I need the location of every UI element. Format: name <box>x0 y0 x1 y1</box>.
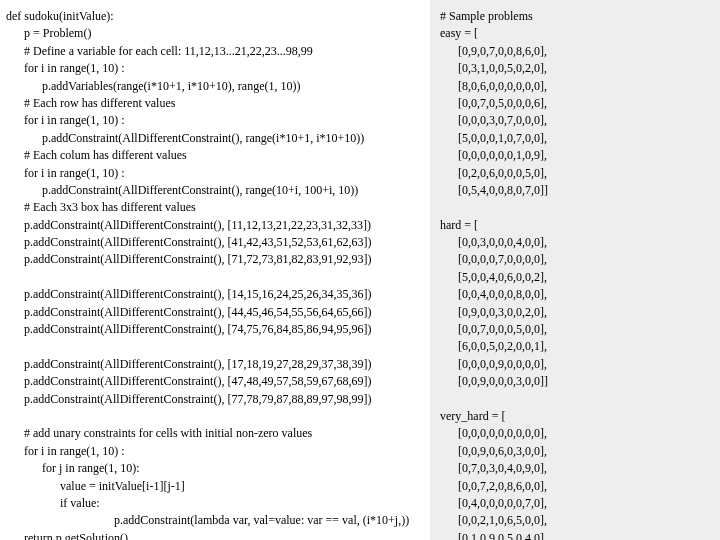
code-line: def sudoku(initValue): <box>6 8 424 25</box>
code-line: if value: <box>6 495 424 512</box>
code-line: [6,0,0,5,0,2,0,0,1], <box>440 338 712 355</box>
code-line: [0,7,0,3,0,4,0,9,0], <box>440 460 712 477</box>
code-line: [0,5,4,0,0,8,0,7,0]] <box>440 182 712 199</box>
code-line: [0,0,9,0,0,0,3,0,0]] <box>440 373 712 390</box>
code-line: for i in range(1, 10) : <box>6 60 424 77</box>
code-line: [0,0,0,0,0,0,0,0,0], <box>440 425 712 442</box>
blank-line <box>6 408 424 425</box>
code-line: p.addConstraint(AllDifferentConstraint()… <box>6 130 424 147</box>
code-line: for j in range(1, 10): <box>6 460 424 477</box>
code-line: p.addConstraint(AllDifferentConstraint()… <box>6 304 424 321</box>
code-line: p.addConstraint(AllDifferentConstraint()… <box>6 356 424 373</box>
code-line: [5,0,0,0,1,0,7,0,0], <box>440 130 712 147</box>
blank-line <box>440 199 712 216</box>
code-slide: def sudoku(initValue): p = Problem() # D… <box>0 0 720 540</box>
comment-line: # add unary constraints for cells with i… <box>6 425 424 442</box>
comment-line: # Sample problems <box>440 8 712 25</box>
code-line: p = Problem() <box>6 25 424 42</box>
code-line: return p.getSolution() <box>6 530 424 540</box>
code-line: p.addConstraint(lambda var, val=value: v… <box>6 512 424 529</box>
code-line: p.addConstraint(AllDifferentConstraint()… <box>6 182 424 199</box>
code-line: [0,1,0,9,0,5,0,4,0], <box>440 530 712 540</box>
code-line: [0,0,7,2,0,8,6,0,0], <box>440 478 712 495</box>
code-line: [0,0,9,0,6,0,3,0,0], <box>440 443 712 460</box>
code-line: [0,0,0,0,0,0,1,0,9], <box>440 147 712 164</box>
code-line: [0,0,2,1,0,6,5,0,0], <box>440 512 712 529</box>
code-line: for i in range(1, 10) : <box>6 165 424 182</box>
code-line: p.addConstraint(AllDifferentConstraint()… <box>6 286 424 303</box>
comment-line: # Each colum has different values <box>6 147 424 164</box>
code-line: [0,0,0,0,9,0,0,0,0], <box>440 356 712 373</box>
comment-line: # Each row has different values <box>6 95 424 112</box>
code-line: [0,2,0,6,0,0,0,5,0], <box>440 165 712 182</box>
code-line: p.addConstraint(AllDifferentConstraint()… <box>6 373 424 390</box>
right-code-pane: # Sample problems easy = [ [0,9,0,7,0,0,… <box>430 0 720 540</box>
code-line: [0,0,3,0,0,0,4,0,0], <box>440 234 712 251</box>
code-line: p.addConstraint(AllDifferentConstraint()… <box>6 391 424 408</box>
code-line: [0,3,1,0,0,5,0,2,0], <box>440 60 712 77</box>
comment-line: # Define a variable for each cell: 11,12… <box>6 43 424 60</box>
code-line: hard = [ <box>440 217 712 234</box>
code-line: [0,9,0,7,0,0,8,6,0], <box>440 43 712 60</box>
code-line: p.addConstraint(AllDifferentConstraint()… <box>6 321 424 338</box>
code-line: for i in range(1, 10) : <box>6 112 424 129</box>
code-line: [0,4,0,0,0,0,0,7,0], <box>440 495 712 512</box>
code-line: p.addVariables(range(i*10+1, i*10+10), r… <box>6 78 424 95</box>
code-line: [5,0,0,4,0,6,0,0,2], <box>440 269 712 286</box>
code-line: p.addConstraint(AllDifferentConstraint()… <box>6 217 424 234</box>
comment-line: # Each 3x3 box has different values <box>6 199 424 216</box>
code-line: [0,0,0,0,7,0,0,0,0], <box>440 251 712 268</box>
code-line: easy = [ <box>440 25 712 42</box>
code-line: [0,0,4,0,0,0,8,0,0], <box>440 286 712 303</box>
code-line: p.addConstraint(AllDifferentConstraint()… <box>6 234 424 251</box>
code-line: [0,9,0,0,3,0,0,2,0], <box>440 304 712 321</box>
code-line: p.addConstraint(AllDifferentConstraint()… <box>6 251 424 268</box>
left-code-pane: def sudoku(initValue): p = Problem() # D… <box>0 0 430 540</box>
blank-line <box>6 338 424 355</box>
code-line: [0,0,0,3,0,7,0,0,0], <box>440 112 712 129</box>
code-line: for i in range(1, 10) : <box>6 443 424 460</box>
code-line: value = initValue[i-1][j-1] <box>6 478 424 495</box>
code-line: [0,0,7,0,5,0,0,0,6], <box>440 95 712 112</box>
blank-line <box>6 269 424 286</box>
code-line: very_hard = [ <box>440 408 712 425</box>
blank-line <box>440 391 712 408</box>
code-line: [8,0,6,0,0,0,0,0,0], <box>440 78 712 95</box>
code-line: [0,0,7,0,0,0,5,0,0], <box>440 321 712 338</box>
